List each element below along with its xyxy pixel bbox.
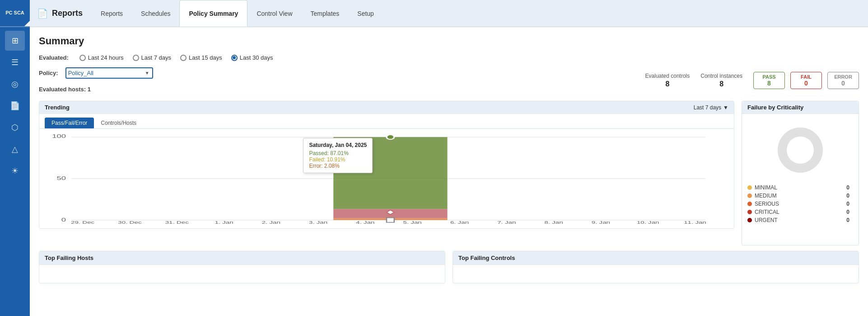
radio-group-evaluated: Last 24 hours Last 7 days Last 15 days L… (79, 54, 273, 61)
legend-dot-serious (747, 202, 752, 206)
badge-fail: FAIL 0 (790, 72, 822, 89)
radio-last7d[interactable]: Last 7 days (133, 54, 172, 61)
sidebar-item-person[interactable]: ☀ (5, 161, 25, 181)
svg-text:11. Jan: 11. Jan (684, 220, 706, 225)
evaluated-row: Evaluated: Last 24 hours Last 7 days Las… (39, 54, 859, 61)
legend-dot-critical (747, 210, 752, 214)
svg-text:6. Jan: 6. Jan (450, 220, 469, 225)
radio-last24h[interactable]: Last 24 hours (79, 54, 124, 61)
chart-tab-pass-fail[interactable]: Pass/Fail/Error (45, 118, 94, 128)
trending-header: Trending Last 7 days ▼ (39, 101, 734, 114)
failure-legend: MINIMAL 0 MEDIUM 0 SERIOUS 0 (747, 184, 853, 223)
bottom-panel-controls-body (453, 265, 859, 283)
svg-text:50: 50 (57, 175, 66, 181)
policy-dropdown-btn[interactable]: ▼ (144, 71, 150, 75)
badge-pass: PASS 8 (753, 72, 785, 89)
failure-chart-area: MINIMAL 0 MEDIUM 0 SERIOUS 0 (742, 114, 859, 229)
stat-ec-value: 8 (665, 80, 669, 88)
chart-area: 100 50 0 (39, 129, 734, 228)
sidebar-nav: ⊞ ☰ ◎ 📄 ⬡ △ ☀ (0, 27, 30, 181)
svg-text:30. Dec: 30. Dec (118, 220, 141, 225)
radio-circle-15d (180, 55, 187, 61)
legend-dot-urgent (747, 218, 752, 222)
stat-ci-value: 8 (719, 80, 723, 88)
failure-header: Failure by Criticality (742, 101, 859, 114)
policy-row: Policy: ▼ (39, 67, 153, 79)
policy-stats-row: Policy: ▼ Evaluated hosts: 1 Evaluated c… (39, 67, 859, 99)
radio-circle-30d (231, 55, 238, 61)
svg-rect-11 (387, 218, 394, 222)
legend-dot-minimal (747, 185, 752, 190)
middle-row: Trending Last 7 days ▼ Pass/Fail/Error C… (39, 101, 859, 245)
chart-tab-controls-hosts[interactable]: Controls/Hosts (94, 118, 143, 128)
policy-select-input[interactable] (68, 70, 144, 76)
legend-urgent: URGENT 0 (747, 217, 849, 223)
topbar: 📄 Reports Reports Schedules Policy Summa… (30, 0, 868, 27)
badge-error: ERROR 0 (827, 72, 859, 89)
trending-title: Trending (45, 104, 70, 111)
legend-critical: CRITICAL 0 (747, 209, 849, 215)
bottom-panel-hosts: Top Failing Hosts (39, 251, 445, 283)
bottom-row: Top Failing Hosts Top Failing Controls (39, 251, 859, 283)
tab-policy-summary[interactable]: Policy Summary (179, 0, 247, 27)
app-logo: PC SCA (0, 0, 30, 27)
svg-point-28 (790, 140, 810, 160)
badge-group: PASS 8 FAIL 0 ERROR 0 (753, 72, 859, 89)
chart-tooltip: Saturday, Jan 04, 2025 Passed: 87.01% Fa… (303, 138, 373, 173)
sidebar-item-network[interactable]: ⬡ (5, 118, 25, 137)
legend-dot-medium (747, 193, 752, 198)
sidebar-item-box[interactable]: △ (5, 139, 25, 159)
tab-setup[interactable]: Setup (348, 0, 383, 27)
bottom-panel-hosts-body (39, 265, 445, 283)
chart-tabs: Pass/Fail/Error Controls/Hosts (39, 114, 734, 129)
radio-circle-7d (133, 55, 139, 61)
tooltip-passed: Passed: 87.01% (309, 150, 367, 156)
svg-text:7. Jan: 7. Jan (497, 220, 516, 225)
sidebar-item-dashboard[interactable]: ⊞ (5, 31, 25, 51)
app-name: PC SCA (5, 10, 24, 16)
policy-label: Policy: (39, 70, 58, 76)
stat-control-instances: Control instances 8 (700, 73, 742, 88)
tab-templates[interactable]: Templates (302, 0, 349, 27)
svg-point-9 (387, 135, 394, 139)
sidebar-item-list[interactable]: ☰ (5, 52, 25, 72)
topbar-tabs: Reports Schedules Policy Summary Control… (92, 0, 383, 27)
svg-text:1. Jan: 1. Jan (215, 220, 233, 225)
svg-text:4. Jan: 4. Jan (356, 220, 374, 225)
tab-schedules[interactable]: Schedules (132, 0, 179, 27)
legend-serious: SERIOUS 0 (747, 201, 849, 207)
tooltip-date: Saturday, Jan 04, 2025 (309, 142, 367, 148)
policy-select-wrap[interactable]: ▼ (65, 67, 153, 79)
stat-evaluated-controls: Evaluated controls 8 (645, 73, 690, 88)
stats-area: Evaluated controls 8 Control instances 8… (645, 72, 859, 89)
reports-icon: 📄 (37, 8, 48, 19)
svg-text:2. Jan: 2. Jan (262, 220, 280, 225)
bottom-panel-controls: Top Failing Controls (453, 251, 859, 283)
tab-reports[interactable]: Reports (92, 0, 132, 27)
badge-error-value: 0 (834, 80, 852, 87)
tab-control-view[interactable]: Control View (247, 0, 301, 27)
svg-text:9. Jan: 9. Jan (592, 220, 610, 225)
badge-pass-label: PASS (760, 74, 778, 80)
sidebar-item-gauge[interactable]: ◎ (5, 74, 25, 94)
svg-text:8. Jan: 8. Jan (544, 220, 563, 225)
trending-panel: Trending Last 7 days ▼ Pass/Fail/Error C… (39, 101, 734, 229)
hosts-row: Evaluated hosts: 1 (39, 86, 153, 93)
sidebar-item-document[interactable]: 📄 (5, 96, 25, 116)
evaluated-label: Evaluated: (39, 54, 69, 61)
svg-text:0: 0 (61, 217, 66, 222)
donut-svg (773, 123, 827, 177)
radio-last30d[interactable]: Last 30 days (231, 54, 273, 61)
badge-error-label: ERROR (834, 74, 852, 80)
topbar-brand: 📄 Reports (37, 8, 83, 19)
svg-text:3. Jan: 3. Jan (309, 220, 327, 225)
badge-fail-value: 0 (797, 80, 815, 87)
page-content: Summary Evaluated: Last 24 hours Last 7 … (30, 27, 868, 316)
tooltip-failed: Failed: 10.91% (309, 156, 367, 163)
trending-filter[interactable]: Last 7 days ▼ (694, 104, 728, 111)
policy-left: Policy: ▼ Evaluated hosts: 1 (39, 67, 153, 99)
legend-minimal: MINIMAL 0 (747, 184, 849, 191)
radio-last15d[interactable]: Last 15 days (180, 54, 222, 61)
failure-panel: Failure by Criticality (742, 101, 859, 245)
svg-text:10. Jan: 10. Jan (637, 220, 659, 225)
